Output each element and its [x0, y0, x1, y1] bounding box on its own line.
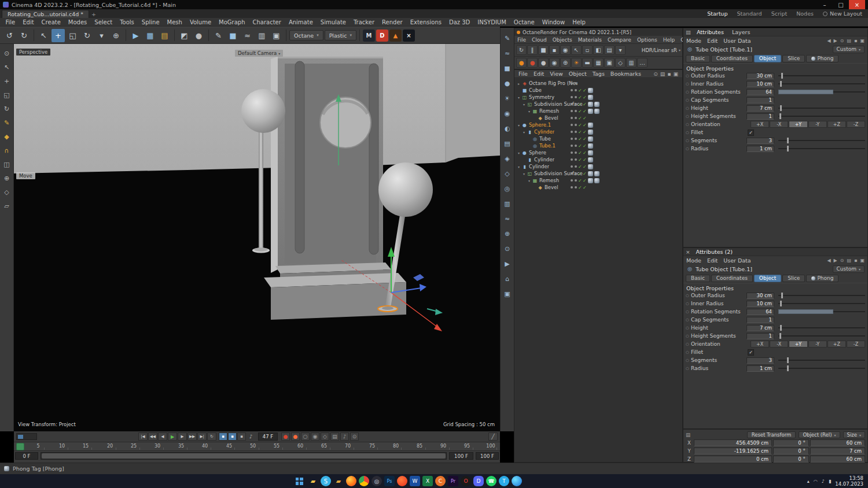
palette-simulation-icon[interactable]: ≈ — [502, 214, 512, 224]
object-row[interactable]: ◎Tube✓✓ — [514, 135, 682, 142]
minimize-button[interactable] — [816, 0, 833, 9]
camera-target-icon[interactable]: ⊕ — [560, 58, 571, 68]
tab-phong[interactable]: Phong — [806, 55, 838, 62]
cap-segments-field[interactable]: 1 — [746, 97, 774, 103]
next-key-button[interactable]: ▶▶ — [187, 432, 197, 441]
new-document-tab-button[interactable] — [89, 10, 98, 18]
brave-icon[interactable] — [397, 476, 407, 486]
camera-selector[interactable]: Default Camera — [235, 50, 283, 57]
om-filter-icon[interactable]: ▤ — [660, 71, 665, 77]
object-row[interactable]: ■Cube✓✓ — [514, 87, 682, 94]
layout-startup[interactable]: Startup — [707, 10, 727, 17]
rotation-segments-slider[interactable] — [778, 91, 865, 93]
next-frame-button[interactable]: ▶ — [178, 432, 187, 441]
loop-button[interactable]: ↻ — [207, 432, 216, 441]
workplane-icon[interactable]: ▱ — [2, 201, 12, 211]
expand-arrow[interactable] — [516, 165, 521, 169]
expand-arrow[interactable] — [521, 102, 527, 106]
timeline-ruler[interactable]: 5 10 15 20 25 30 35 40 45 50 55 60 65 70… — [14, 442, 500, 451]
anim-dot-icon[interactable] — [686, 114, 691, 119]
diffuse-material-icon[interactable]: ● — [516, 58, 527, 68]
height-slider[interactable] — [778, 327, 865, 328]
tab-coordinates[interactable]: Coordinates — [711, 275, 753, 282]
record-active-button[interactable]: ● — [291, 432, 300, 441]
size-mode-dropdown[interactable]: Size — [843, 431, 865, 438]
search-icon[interactable]: ⊙ — [840, 38, 844, 43]
range-end-field[interactable]: 100 F — [449, 452, 473, 460]
palette-pen-icon[interactable]: ✎ — [502, 34, 512, 43]
palette-commander-icon[interactable]: ▣ — [502, 289, 512, 299]
tab-coordinates[interactable]: Coordinates — [711, 55, 753, 62]
om-menu-file[interactable]: File — [516, 71, 531, 77]
palette-mograph-icon[interactable]: ◈ — [502, 154, 512, 164]
palette-deformer-icon[interactable]: ◇ — [502, 169, 512, 179]
lock-icon[interactable]: ▪ — [854, 258, 857, 263]
area-light-icon[interactable]: ▬ — [582, 58, 593, 68]
daz3d-logo-icon[interactable]: D — [376, 29, 388, 42]
orient-minus-x[interactable]: -X — [770, 341, 788, 347]
toggle-scale-key[interactable]: ▪ — [228, 432, 237, 441]
anim-dot-icon[interactable] — [686, 350, 691, 354]
om-popout-icon[interactable]: ▣ — [673, 71, 678, 77]
sound-icon[interactable]: ♪ — [247, 432, 255, 441]
object-row[interactable]: ▮Cylinder✓✓ — [514, 163, 682, 170]
lock-resolution-icon[interactable]: ▪ — [549, 45, 560, 55]
palette-material-icon[interactable]: ◐ — [502, 124, 512, 134]
lock-icon[interactable]: ▪ — [854, 38, 857, 43]
anim-dot-icon[interactable] — [686, 90, 691, 94]
reset-transform-button[interactable]: Reset Transform — [747, 431, 796, 438]
object-name[interactable]: Cylinder — [533, 129, 554, 135]
segments-slider[interactable] — [778, 360, 865, 361]
tab-attributes-2[interactable]: Attributes (2) — [694, 249, 735, 255]
scrollbar-thumb[interactable] — [42, 453, 446, 459]
popout-icon[interactable]: ▣ — [860, 258, 865, 263]
expand-arrow[interactable] — [516, 95, 521, 99]
object-name[interactable]: Cube — [528, 87, 542, 93]
palette-tracking-icon[interactable]: ⊙ — [502, 244, 512, 254]
phong-tag-icon[interactable] — [588, 95, 593, 100]
anim-dot-icon[interactable] — [686, 130, 691, 135]
toggle-position-key[interactable]: ▪ — [219, 432, 227, 441]
object-row[interactable]: ◫Symmetry✓✓ — [514, 94, 682, 101]
scale-tool-icon[interactable]: ◱ — [66, 29, 79, 42]
rotate-tool-icon[interactable]: ↻ — [80, 29, 94, 42]
menu-file[interactable]: File — [2, 18, 19, 27]
maximize-button[interactable] — [833, 0, 849, 9]
object-row[interactable]: ▦Remesh✓✓ — [514, 108, 682, 114]
menu-spline[interactable]: Spline — [138, 18, 163, 27]
back-icon[interactable]: ◀ — [827, 258, 830, 263]
palette-cube-icon[interactable]: ■ — [502, 64, 512, 73]
radius-slider[interactable] — [778, 368, 865, 369]
object-name[interactable]: Symmetry — [528, 94, 554, 100]
object-name[interactable]: Remesh — [538, 178, 559, 183]
om-lock-icon[interactable]: ▪ — [667, 71, 671, 77]
shader-ball-icon[interactable]: ● — [192, 29, 205, 42]
chrome-icon[interactable] — [359, 476, 369, 486]
undo-icon[interactable]: ↺ — [3, 29, 16, 42]
phong-tag-icon[interactable] — [588, 88, 593, 93]
telegram-icon[interactable]: T — [499, 476, 509, 486]
object-row[interactable]: ◱Subdivision Surface✓✓ — [514, 170, 682, 177]
menu-simulate[interactable]: Simulate — [317, 18, 350, 27]
palette-volume-icon[interactable]: ▥ — [502, 199, 512, 209]
move-icon[interactable]: + — [2, 76, 12, 86]
outer-radius-field[interactable]: 30 cm — [746, 293, 774, 299]
tab-phong[interactable]: Phong — [806, 275, 838, 282]
user-data-menu[interactable]: User Data — [723, 38, 751, 44]
position-y-field[interactable]: -119.1625 cm — [694, 448, 772, 454]
object-row[interactable]: ▮Cylinder✓✓ — [514, 156, 682, 163]
anim-dot-icon[interactable] — [686, 366, 691, 371]
menu-octane[interactable]: Octane — [510, 18, 538, 27]
opera-icon[interactable]: O — [461, 476, 471, 486]
object-name[interactable]: Cylinder — [528, 164, 549, 169]
orient-minus-z[interactable]: -Z — [847, 121, 865, 128]
octane-menu-compare[interactable]: Compare — [605, 37, 634, 43]
layout-nodes[interactable]: Nodes — [796, 10, 814, 17]
transform-mode-dropdown[interactable]: Object (Rel) — [799, 431, 840, 438]
height-segments-slider[interactable] — [778, 116, 865, 117]
object-name[interactable]: Bevel — [543, 115, 558, 121]
expand-arrow[interactable] — [516, 151, 521, 155]
menu-tools[interactable]: Tools — [116, 18, 138, 27]
phong-tag-icon[interactable] — [588, 143, 593, 149]
octane-dropdown[interactable]: Octane — [289, 30, 323, 40]
